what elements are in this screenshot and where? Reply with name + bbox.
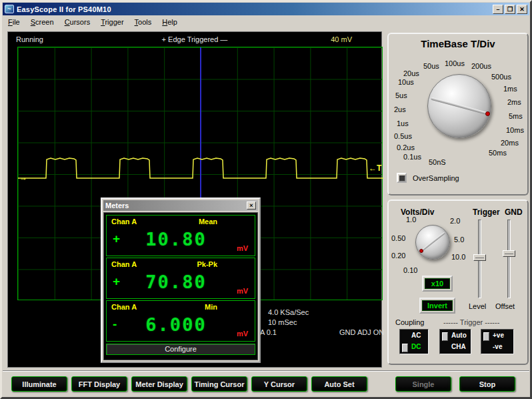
meters-dialog-title: Meters	[105, 202, 247, 210]
meter-display-button[interactable]: Meter Display	[131, 376, 187, 392]
timebase-knob-indicator	[485, 111, 490, 116]
meters-dialog-close-button[interactable]: ×	[247, 202, 256, 210]
menu-screen[interactable]: Screen	[25, 16, 59, 28]
tb-label-10us[interactable]: 10us	[398, 78, 414, 86]
tb-label-1us[interactable]: 1us	[397, 119, 409, 127]
trigger-title: Trigger	[473, 208, 500, 217]
meter-unit: mV	[237, 330, 248, 338]
trigger-source-switch[interactable]: Auto CHA	[439, 329, 471, 354]
oversampling-label: OverSampling	[413, 174, 459, 182]
vd-label-1[interactable]: 1.0	[406, 216, 416, 224]
tb-label-01us[interactable]: 0.1us	[403, 153, 421, 161]
meter-value: 10.80	[125, 229, 227, 250]
tb-label-2us[interactable]: 2us	[394, 105, 406, 113]
trigger-source-switch-handle[interactable]	[442, 332, 448, 341]
tb-label-20ms[interactable]: 20ms	[501, 139, 519, 147]
tb-label-50ns[interactable]: 50nS	[429, 158, 446, 166]
trigger-slope-switch[interactable]: +ve -ve	[481, 329, 514, 354]
trace-level-arrow-icon: →	[19, 173, 27, 182]
trigger-section-label: ------ Trigger ------	[443, 318, 499, 326]
tb-label-02us[interactable]: 0.2us	[397, 143, 415, 151]
scope-scale-label: 40 mV	[331, 35, 352, 43]
trigger-level-slider-thumb[interactable]	[473, 254, 486, 261]
meters-dialog-titlebar[interactable]: Meters ×	[103, 200, 258, 211]
tb-label-05us[interactable]: 0.5us	[394, 132, 412, 140]
readout-gnd-adj: GND ADJ ON	[339, 328, 384, 336]
oversampling-checkbox[interactable]	[397, 173, 407, 183]
tb-label-1ms[interactable]: 1ms	[503, 85, 517, 93]
tb-label-2ms[interactable]: 2ms	[507, 98, 521, 106]
vd-label-020[interactable]: 0.20	[391, 252, 405, 260]
coupling-switch-handle[interactable]	[402, 344, 408, 352]
meter-unit: mV	[237, 287, 248, 295]
tb-label-50ms[interactable]: 50ms	[489, 149, 507, 157]
scope-trigger-label: + Edge Triggered —	[8, 35, 381, 43]
volts-div-knob-indicator	[419, 249, 423, 253]
close-button[interactable]: ✕	[517, 5, 527, 14]
meter-value: 70.80	[125, 272, 227, 292]
fft-display-button[interactable]: FFT Display	[71, 376, 127, 392]
coupling-ac-label: AC	[411, 332, 421, 339]
maximize-button[interactable]: ❒	[505, 5, 515, 14]
vd-label-10[interactable]: 10.0	[451, 253, 465, 261]
trigger-level-marker[interactable]: ←T	[369, 163, 381, 173]
trigger-slope-switch-handle[interactable]	[483, 332, 489, 341]
menu-help[interactable]: Help	[157, 16, 183, 28]
y-cursor-button[interactable]: Y Cursor	[251, 376, 307, 392]
tb-label-20us[interactable]: 20us	[403, 69, 419, 77]
invert-button[interactable]: Invert	[419, 298, 455, 314]
window-title: EasyScope II for PS40M10	[17, 5, 491, 13]
readout-time-div: 10 mSec	[268, 318, 297, 326]
meter-stat-name: Min	[205, 303, 217, 311]
meter-row-pkpk: Chan A Pk-Pk + 70.80 mV	[106, 258, 255, 299]
tb-label-200us[interactable]: 200us	[471, 62, 491, 70]
timebase-panel: TimeBase T/Div 50us 100us 200us 500us 1m…	[387, 33, 529, 195]
tb-label-10ms[interactable]: 10ms	[506, 126, 524, 134]
menu-trigger[interactable]: Trigger	[95, 16, 129, 28]
gnd-offset-slider[interactable]	[507, 220, 511, 298]
vd-label-010[interactable]: 0.10	[403, 266, 417, 274]
x10-button[interactable]: x10	[422, 276, 453, 292]
meter-channel: Chan A	[111, 218, 137, 226]
stop-button[interactable]: Stop	[459, 376, 515, 392]
slope-nve-label: -ve	[493, 343, 502, 350]
meter-sign: +	[113, 275, 120, 288]
coupling-switch[interactable]: AC DC	[399, 329, 429, 354]
menu-bar: File Screen Cursors Trigger Tools Help	[3, 15, 529, 29]
vd-label-2[interactable]: 2.0	[450, 217, 460, 225]
title-bar[interactable]: ~ EasyScope II for PS40M10 – ❒ ✕	[3, 3, 529, 15]
coupling-label: Coupling	[395, 318, 424, 326]
tb-label-5ms[interactable]: 5ms	[509, 112, 523, 120]
trigger-cha-label: CHA	[451, 343, 466, 350]
timebase-title: TimeBase T/Div	[389, 38, 527, 49]
meter-stat-name: Mean	[199, 218, 217, 226]
configure-button[interactable]: Configure	[106, 344, 255, 355]
meters-dialog-body: Chan A Mean + 10.80 mV Chan A Pk-Pk + 70…	[103, 212, 258, 360]
tb-label-100us[interactable]: 100us	[445, 59, 465, 67]
meter-channel: Chan A	[111, 303, 137, 311]
menu-tools[interactable]: Tools	[129, 16, 157, 28]
auto-set-button[interactable]: Auto Set	[311, 376, 367, 392]
meter-stat-name: Pk-Pk	[197, 260, 217, 268]
vd-label-5[interactable]: 5.0	[454, 236, 464, 244]
bottom-button-bar: Illuminate FFT Display Meter Display Tim…	[3, 370, 529, 396]
meter-channel: Chan A	[111, 260, 137, 268]
meter-sign: +	[113, 232, 120, 245]
timing-cursor-button[interactable]: Timing Cursor	[191, 376, 247, 392]
meter-sign: -	[113, 318, 117, 330]
illuminate-button[interactable]: Illuminate	[11, 376, 67, 392]
gnd-offset-slider-thumb[interactable]	[503, 250, 515, 257]
trigger-auto-label: Auto	[451, 332, 467, 339]
coupling-dc-label: DC	[411, 343, 421, 350]
menu-cursors[interactable]: Cursors	[59, 16, 96, 28]
minimize-button[interactable]: –	[493, 5, 503, 14]
tb-label-5us[interactable]: 5us	[395, 91, 407, 99]
vd-label-050[interactable]: 0.50	[391, 234, 405, 242]
meter-row-min: Chan A Min - 6.000 mV	[106, 300, 255, 342]
meters-dialog: Meters × Chan A Mean + 10.80 mV Chan A P…	[101, 197, 261, 363]
menu-file[interactable]: File	[3, 16, 25, 28]
tb-label-50us[interactable]: 50us	[423, 62, 439, 70]
offset-label: Offset	[495, 302, 515, 310]
tb-label-500us[interactable]: 500us	[491, 73, 511, 81]
single-button[interactable]: Single	[395, 376, 451, 392]
